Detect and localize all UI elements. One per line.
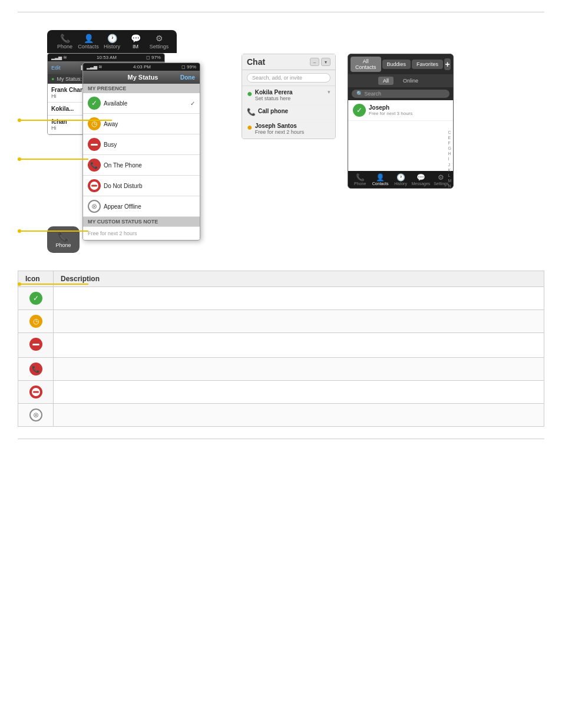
table-cell-busy-desc <box>54 333 544 358</box>
busy-status-icon <box>88 138 101 151</box>
ms-option-offline[interactable]: ⊗ Appear Offline <box>83 196 200 217</box>
tab-history-label: History <box>104 44 120 50</box>
chat-contact-3[interactable]: ● Joseph Santos Free for next 2 hours <box>242 120 335 139</box>
annotation-line-3 <box>18 230 88 232</box>
im-contact-1-name: Frank Chan <box>51 87 84 93</box>
contacts-add-button[interactable]: + <box>444 58 451 70</box>
ms-done-button[interactable]: Done <box>180 74 195 81</box>
dnd-status-icon <box>88 179 101 192</box>
offline-status-icon: ⊗ <box>88 200 101 213</box>
contacts-filter-online[interactable]: Online <box>398 77 423 85</box>
chat-triangle-button[interactable]: ▾ <box>321 58 330 66</box>
ms-time: 4:03 PM <box>133 64 151 70</box>
chat-contact-1-status: Set status here <box>255 95 293 101</box>
im-tab-icon: 💬 <box>131 34 141 43</box>
chat-controls: – ▾ <box>310 58 330 66</box>
bottom-messages-label: Messages <box>411 182 430 186</box>
contacts-bottom-messages[interactable]: 💬 Messages <box>411 173 430 186</box>
im-edit-button[interactable]: Edit <box>51 65 61 71</box>
table-cell-dnd-desc <box>54 381 544 404</box>
table-row <box>18 333 544 358</box>
table-row: ⊗ <box>18 404 544 427</box>
bottom-contacts-icon: 👤 <box>376 173 385 182</box>
contacts-tab-favorites[interactable]: Favorites <box>412 60 443 69</box>
bottom-history-label: History <box>394 182 407 186</box>
bottom-phone-label: Phone <box>354 182 366 186</box>
chat-screen: Chat – ▾ Search, add, or invite ● Kokila… <box>242 54 336 139</box>
available-status-icon: ✓ <box>88 97 101 110</box>
ms-option-busy[interactable]: Busy <box>83 134 200 155</box>
contacts-tab-all[interactable]: All Contacts <box>351 57 381 72</box>
annotation-dot-1 <box>18 118 21 122</box>
table-row: ✓ <box>18 287 544 310</box>
chat-search-box[interactable]: Search, add, or invite <box>247 73 330 83</box>
phone-button-icon: 📞 <box>58 231 70 242</box>
ms-offline-label: Appear Offline <box>104 203 141 210</box>
ms-battery: ◻ 99% <box>181 64 196 70</box>
tab-phone-label: Phone <box>57 44 72 50</box>
table-cell-away-desc <box>54 310 544 333</box>
top-rule <box>18 12 544 12</box>
tab-settings-label: Settings <box>150 44 169 50</box>
contacts-search-placeholder: Search <box>365 91 382 97</box>
chat-contact-3-icon: ● <box>247 123 253 132</box>
table-busy-icon <box>29 338 42 351</box>
ms-signal: ▂▃▅ ≋ <box>87 64 103 70</box>
table-cell-available-icon: ✓ <box>18 287 54 310</box>
contacts-search-icon: 🔍 <box>356 91 365 97</box>
bottom-settings-icon: ⚙ <box>438 173 444 182</box>
table-cell-onphone-icon: 📞 <box>18 358 54 381</box>
table-cell-dnd-icon <box>18 381 54 404</box>
table-onphone-icon: 📞 <box>29 363 42 375</box>
chat-contact-2-name: Call phone <box>258 108 288 114</box>
tab-settings[interactable]: ⚙ Settings <box>147 34 171 50</box>
joseph-sub: Free for next 3 hours <box>369 111 412 116</box>
im-signal: ▂▃▅ ≋ <box>51 55 67 60</box>
ms-option-onphone[interactable]: 📞 On The Phone <box>83 155 200 176</box>
contacts-tab-buddies[interactable]: Buddies <box>382 60 411 69</box>
table-header-desc: Description <box>54 271 544 287</box>
table-cell-away-icon: ◷ <box>18 310 54 333</box>
tab-contacts[interactable]: 👤 Contacts <box>77 34 100 50</box>
annotation-line-1 <box>18 120 112 121</box>
bottom-rule <box>18 439 544 439</box>
ms-option-dnd[interactable]: Do Not Disturb <box>83 176 200 196</box>
bottom-messages-icon: 💬 <box>416 173 425 182</box>
contacts-filter-all[interactable]: All <box>378 77 394 85</box>
ms-option-away[interactable]: ◷ Away <box>83 114 200 134</box>
status-table: Icon Description ✓ ◷ <box>18 271 544 427</box>
ms-option-available[interactable]: ✓ Available ✓ <box>83 93 200 114</box>
contacts-bottom-contacts[interactable]: 👤 Contacts <box>371 173 389 186</box>
table-row <box>18 381 544 404</box>
chat-minus-button[interactable]: – <box>310 58 319 66</box>
tab-bar: 📞 Phone 👤 Contacts 🕐 History 💬 IM <box>47 30 177 53</box>
bottom-contacts-label: Contacts <box>372 182 389 186</box>
screenshots-row: 📞 Phone 👤 Contacts 🕐 History 💬 IM <box>18 30 544 253</box>
contacts-bottom-phone[interactable]: 📞 Phone <box>351 173 369 186</box>
my-status-screen: ▂▃▅ ≋ 4:03 PM ◻ 99% My Status Done My Pr… <box>82 62 200 241</box>
bottom-settings-label: Settings <box>434 182 448 186</box>
contacts-list: ✓ Joseph Free for next 3 hours C E F G <box>348 100 453 171</box>
contacts-bottom-history[interactable]: 🕐 History <box>391 173 410 186</box>
contact-joseph[interactable]: ✓ Joseph Free for next 3 hours <box>348 100 453 121</box>
ms-note-input[interactable]: Free for next 2 hours <box>83 226 200 240</box>
im-time: 10:53 AM <box>97 55 117 60</box>
table-available-icon: ✓ <box>29 292 42 305</box>
annotation-dot-3 <box>18 229 21 233</box>
table-cell-busy-icon <box>18 333 54 358</box>
tab-phone[interactable]: 📞 Phone <box>53 34 77 50</box>
chat-title: Chat <box>247 57 265 67</box>
contacts-search-box[interactable]: 🔍 Search <box>352 90 449 98</box>
tab-im[interactable]: 💬 IM <box>124 34 147 50</box>
tab-history[interactable]: 🕐 History <box>100 34 124 50</box>
ms-presence-section: My Presence <box>83 84 200 93</box>
contacts-wrapper: All Contacts Buddies Favorites + All Onl… <box>348 54 454 189</box>
ms-header: My Status Done <box>83 71 200 84</box>
ms-available-check: ✓ <box>190 100 195 107</box>
table-cell-available-desc <box>54 287 544 310</box>
chat-contact-1[interactable]: ● Kokila Perera Set status here ▾ <box>242 86 335 105</box>
tab-im-label: IM <box>133 44 138 50</box>
chat-contact-2[interactable]: 📞 Call phone <box>242 105 335 120</box>
ms-dnd-label: Do Not Disturb <box>104 183 143 189</box>
main-content: 📞 Phone 👤 Contacts 🕐 History 💬 IM <box>18 30 544 427</box>
